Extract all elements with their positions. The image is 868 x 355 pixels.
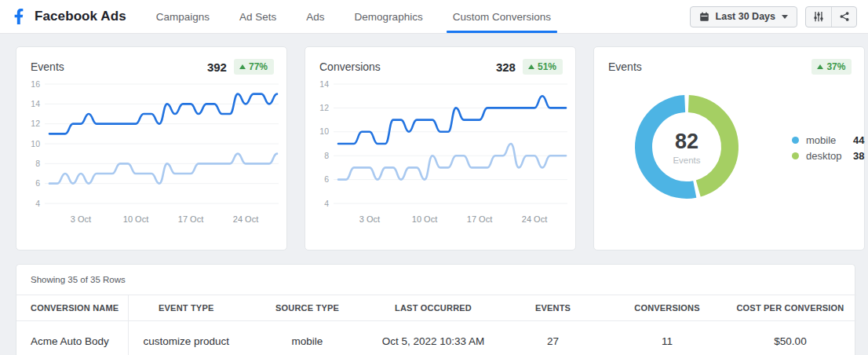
x-axis-tick-label: 24 Oct	[233, 214, 258, 224]
tab-ads[interactable]: Ads	[301, 0, 329, 33]
events-line-chart: 161412108643 Oct10 Oct17 Oct24 Oct	[23, 78, 282, 232]
cell-events: 27	[496, 321, 610, 355]
x-axis-tick-label: 10 Oct	[412, 214, 437, 224]
tab-custom-conversions[interactable]: Custom Conversions	[448, 0, 556, 33]
conversions-card: Conversions 328 51% 1412108643 Oct10 Oct…	[305, 46, 576, 251]
events-card: Events 392 77% 161412108643 Oct10 Oct17 …	[16, 46, 287, 251]
filter-sliders-icon	[813, 11, 824, 22]
column-header-last-occurred[interactable]: LAST OCCURRED	[370, 295, 496, 321]
y-axis-tick-label: 4	[324, 199, 329, 208]
legend-value: 38	[853, 150, 864, 162]
table-row: Acme Auto Bodycustomize productmobileOct…	[16, 321, 856, 355]
device-change-badge: 37%	[811, 59, 852, 75]
toolbar-icon-group	[805, 6, 857, 27]
y-axis-tick-label: 14	[31, 99, 40, 108]
y-axis-tick-label: 8	[324, 151, 329, 160]
y-axis-tick-label: 16	[31, 79, 40, 89]
conversions-change-percent: 51%	[538, 61, 556, 72]
events-total-value: 392	[207, 60, 227, 74]
legend-value: 44	[853, 134, 864, 146]
line-series-conversions-high	[338, 96, 566, 144]
date-range-label: Last 30 Days	[716, 11, 775, 22]
date-range-button[interactable]: Last 30 Days	[690, 6, 797, 27]
y-axis-tick-label: 4	[35, 199, 40, 208]
column-header-event-type[interactable]: EVENT TYPE	[128, 295, 244, 321]
conversions-change-badge: 51%	[523, 59, 563, 75]
y-axis-tick-label: 6	[324, 174, 329, 184]
conversions-line-chart: 1412108643 Oct10 Oct17 Oct24 Oct	[312, 78, 571, 232]
legend-item-desktop[interactable]: desktop38	[792, 150, 864, 162]
toolbar: Last 30 Days	[690, 0, 868, 33]
metric-cards-row: Events 392 77% 161412108643 Oct10 Oct17 …	[16, 46, 855, 251]
legend-dot-icon	[792, 137, 799, 144]
row-count-status: Showing 35 of 35 Rows	[16, 275, 855, 295]
y-axis-tick-label: 10	[31, 139, 40, 148]
cell-source-type: mobile	[244, 321, 370, 355]
conversions-card-title: Conversions	[319, 60, 381, 73]
brand: Facebook Ads	[11, 0, 126, 33]
legend-dot-icon	[792, 152, 799, 159]
chevron-down-icon	[782, 15, 788, 19]
legend-item-mobile[interactable]: mobile44	[792, 134, 864, 146]
y-axis-tick-label: 6	[35, 178, 40, 188]
conversions-card-header: Conversions 328 51%	[305, 47, 575, 75]
conversions-table-card: Showing 35 of 35 Rows CONVERSION NAMEEVE…	[16, 264, 855, 355]
nav-tabs: CampaignsAd SetsAdsDemographicsCustom Co…	[151, 0, 576, 33]
x-axis-tick-label: 3 Oct	[359, 214, 380, 224]
events-card-header: Events 392 77%	[16, 47, 286, 75]
legend-label: desktop	[806, 150, 853, 162]
tab-demographics[interactable]: Demographics	[350, 0, 428, 33]
events-donut-chart: 82Events	[618, 78, 756, 216]
top-navigation-bar: Facebook Ads CampaignsAd SetsAdsDemograp…	[0, 0, 868, 34]
column-header-conversions[interactable]: CONVERSIONS	[610, 295, 724, 321]
tab-campaigns[interactable]: Campaigns	[151, 0, 214, 33]
trend-up-icon	[817, 64, 823, 69]
donut-chart-area: 82Events mobile44desktop38	[594, 75, 864, 216]
table-header-row: CONVERSION NAMEEVENT TYPESOURCE TYPELAST…	[16, 295, 856, 321]
legend-label: mobile	[806, 134, 853, 146]
cell-event-type: customize product	[128, 321, 244, 355]
x-axis-tick-label: 10 Oct	[123, 214, 148, 224]
column-header-conversion-name[interactable]: CONVERSION NAME	[16, 295, 128, 321]
x-axis-tick-label: 17 Oct	[467, 214, 492, 224]
cell-cost-per-conversion: $50.00	[724, 321, 856, 355]
column-header-cost-per-conversion[interactable]: COST PER CONVERSION	[724, 295, 856, 321]
column-header-source-type[interactable]: SOURCE TYPE	[244, 295, 370, 321]
trend-up-icon	[239, 64, 246, 69]
events-change-badge: 77%	[234, 59, 274, 75]
share-icon	[839, 11, 850, 22]
events-change-percent: 77%	[249, 61, 268, 72]
calendar-icon	[699, 12, 709, 22]
y-axis-tick-label: 14	[319, 79, 329, 89]
x-axis-tick-label: 24 Oct	[522, 214, 547, 224]
line-series-events-high	[49, 94, 277, 134]
app-title: Facebook Ads	[35, 9, 126, 24]
trend-up-icon	[528, 64, 534, 69]
line-series-conversions-low	[338, 144, 566, 180]
dashboard-content: Events 392 77% 161412108643 Oct10 Oct17 …	[0, 34, 868, 355]
conversions-table: CONVERSION NAMEEVENT TYPESOURCE TYPELAST…	[16, 295, 856, 355]
conversions-total-value: 328	[496, 60, 516, 74]
line-series-events-low	[49, 154, 277, 184]
cell-last-occurred: Oct 5, 2022 10:33 AM	[370, 321, 496, 355]
donut-center-label: Events	[673, 156, 700, 165]
device-card-title: Events	[608, 60, 642, 73]
y-axis-tick-label: 8	[35, 159, 40, 168]
donut-legend: mobile44desktop38	[792, 130, 864, 166]
events-card-title: Events	[31, 60, 64, 73]
y-axis-tick-label: 10	[319, 126, 329, 136]
y-axis-tick-label: 12	[31, 119, 40, 128]
facebook-logo-icon	[11, 9, 27, 24]
filter-sliders-button[interactable]	[806, 7, 831, 27]
donut-center-value: 82	[675, 130, 698, 153]
device-change-percent: 37%	[826, 61, 845, 72]
events-by-device-card: Events 37% 82Events mobile44desktop38	[593, 46, 865, 251]
y-axis-tick-label: 12	[319, 103, 329, 112]
device-card-header: Events 37%	[594, 47, 864, 75]
x-axis-tick-label: 3 Oct	[71, 214, 91, 224]
column-header-events[interactable]: EVENTS	[496, 295, 610, 321]
tab-ad-sets[interactable]: Ad Sets	[235, 0, 281, 33]
x-axis-tick-label: 17 Oct	[178, 214, 203, 224]
share-button[interactable]	[831, 7, 856, 27]
cell-conversions: 11	[610, 321, 724, 355]
